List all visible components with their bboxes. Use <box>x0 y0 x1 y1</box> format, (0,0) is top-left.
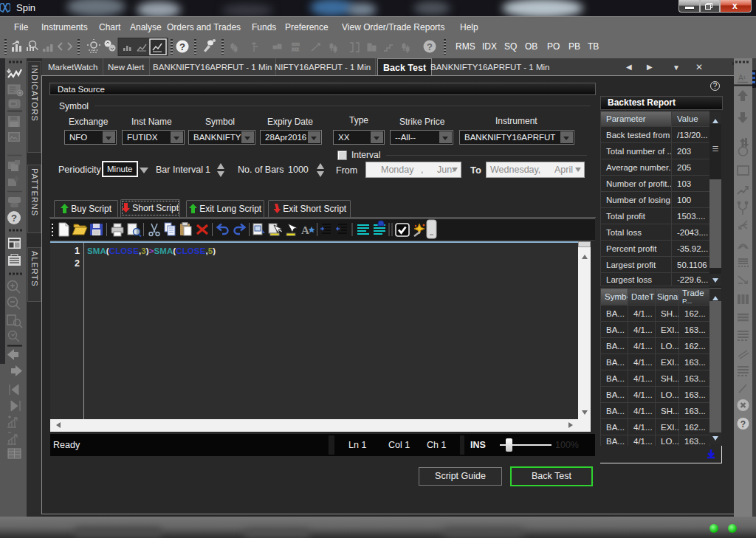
svg-text:A¹: A¹ <box>738 74 746 82</box>
svg-text:?: ? <box>179 41 185 52</box>
svg-text:A: A <box>301 224 309 236</box>
svg-text:xxx: xxx <box>292 46 300 52</box>
svg-text:?: ? <box>740 419 746 430</box>
svg-text:?: ? <box>427 41 433 52</box>
svg-text:ooo: ooo <box>292 41 300 46</box>
svg-text:?: ? <box>11 213 17 224</box>
